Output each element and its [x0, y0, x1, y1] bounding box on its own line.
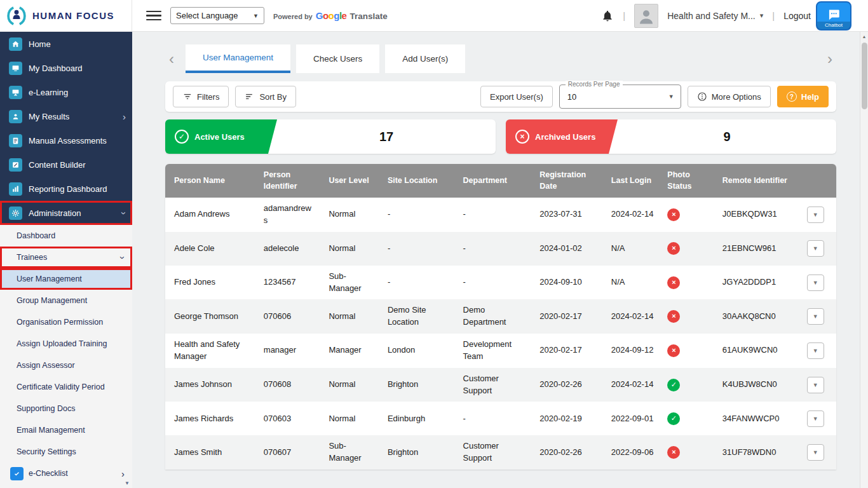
- sidebar-item-label: My Results: [29, 112, 116, 121]
- filters-label: Filters: [197, 92, 219, 102]
- e-learning-icon: [9, 86, 22, 99]
- cell-photo-status: ×: [658, 334, 713, 368]
- account-menu[interactable]: Health and Safety M... ▾: [667, 11, 763, 21]
- row-actions-button[interactable]: ▼: [807, 377, 824, 393]
- cell-actions: ▼: [798, 299, 836, 334]
- sidebar-item-administration[interactable]: Administration›: [0, 201, 132, 225]
- cell-name: Fred Jones: [165, 266, 255, 300]
- sidebar-item-reporting-dashboard[interactable]: Reporting Dashboard: [0, 177, 132, 201]
- language-select[interactable]: Select Language ▼: [170, 7, 264, 24]
- table-row: Adele ColeadelecoleNormal--2024-01-02N/A…: [165, 232, 836, 266]
- photo-status-cross-icon: ×: [667, 310, 680, 323]
- row-actions-button[interactable]: ▼: [807, 207, 824, 223]
- table-row: James Johnson070608NormalBrightonCustome…: [165, 368, 836, 402]
- cell-site-location: -: [379, 266, 454, 300]
- column-header-person-name: Person Name: [165, 164, 255, 198]
- sidebar-item-label: Assign Assessor: [17, 361, 125, 370]
- account-name: Health and Safety M...: [667, 11, 756, 21]
- cell-registration-date: 2020-02-17: [531, 334, 602, 368]
- row-actions-button[interactable]: ▼: [807, 444, 824, 461]
- sidebar-item-organisation-permission[interactable]: Organisation Permission: [0, 311, 132, 333]
- chevron-right-icon: ›: [121, 469, 125, 478]
- cell-department: Development Team: [454, 334, 531, 368]
- sidebar-item-e-learning[interactable]: e-Learning: [0, 80, 132, 104]
- sidebar-item-assign-assessor[interactable]: Assign Assessor: [0, 355, 132, 376]
- column-header-photo-status: Photo Status: [658, 164, 713, 198]
- sidebar-item-my-dashboard[interactable]: My Dashboard: [0, 56, 132, 80]
- cell-actions: ▼: [798, 266, 836, 300]
- help-button[interactable]: ? Help: [777, 86, 829, 107]
- cell-photo-status: ×: [658, 266, 713, 300]
- cell-department: Customer Support: [454, 368, 531, 402]
- row-actions-button[interactable]: ▼: [807, 274, 824, 291]
- sidebar-item-assign-uploaded-training[interactable]: Assign Uploaded Training: [0, 333, 132, 355]
- tab-check-users[interactable]: Check Users: [296, 44, 379, 73]
- chatbot-button[interactable]: Chatbot: [816, 1, 851, 30]
- cell-department: Demo Department: [454, 299, 531, 334]
- sort-by-button[interactable]: Sort By: [235, 86, 296, 107]
- cell-photo-status: ✓: [658, 402, 713, 435]
- cell-actions: ▼: [798, 232, 836, 266]
- cell-identifier: 070608: [255, 368, 320, 402]
- sidebar-item-security-settings[interactable]: Security Settings: [0, 441, 132, 463]
- avatar[interactable]: [634, 4, 658, 28]
- tab-user-management[interactable]: User Management: [186, 44, 290, 73]
- sidebar-item-trainees[interactable]: Trainees›: [0, 247, 132, 268]
- menu-toggle-button[interactable]: [146, 11, 161, 21]
- cell-identifier: 070603: [255, 402, 320, 435]
- more-options-button[interactable]: More Options: [688, 86, 771, 107]
- logout-link[interactable]: Logout: [783, 11, 811, 21]
- cell-site-location: -: [379, 232, 454, 266]
- logo[interactable]: HUMAN FOCUS: [0, 0, 132, 32]
- sidebar-item-dashboard[interactable]: Dashboard: [0, 225, 132, 247]
- sidebar-scroll-down-icon[interactable]: ▼: [125, 480, 130, 486]
- archived-users-card[interactable]: × Archived Users 9: [506, 119, 836, 154]
- sidebar-item-label: Organisation Permission: [17, 318, 125, 327]
- scrollbar-thumb[interactable]: [862, 43, 867, 109]
- cell-department: -: [454, 266, 531, 300]
- column-header-person-identifier: Person Identifier: [255, 164, 320, 198]
- sidebar-item-my-results[interactable]: My Results›: [0, 104, 132, 128]
- main-area: Select Language ▼ Powered by Google Tran…: [132, 0, 868, 488]
- row-actions-button[interactable]: ▼: [807, 342, 824, 359]
- my-dashboard-icon: [9, 62, 22, 75]
- more-options-icon: [697, 92, 707, 102]
- row-actions-button[interactable]: ▼: [807, 240, 824, 257]
- notifications-bell-icon[interactable]: [601, 10, 614, 22]
- sidebar-item-certificate-validity-period[interactable]: Certificate Validity Period: [0, 376, 132, 398]
- cell-actions: ▼: [798, 334, 836, 368]
- separator: |: [772, 10, 775, 21]
- sidebar-item-user-management[interactable]: User Management: [0, 268, 132, 290]
- tab-add-user-s[interactable]: Add User(s): [385, 44, 465, 73]
- cell-last-login: 2024-02-14: [602, 198, 659, 232]
- sidebar-item-e-checklist[interactable]: e-Checklist›: [0, 463, 132, 484]
- sidebar-item-supporting-docs[interactable]: Supporting Docs: [0, 398, 132, 419]
- records-per-page-select[interactable]: Records Per Page 10 ▼: [559, 85, 681, 109]
- cell-actions: ▼: [798, 198, 836, 232]
- summary-row: ✓ Active Users 17 × Archived Users 9: [165, 119, 836, 154]
- export-users-button[interactable]: Export User(s): [480, 86, 553, 107]
- chatbot-label: Chatbot: [817, 22, 850, 29]
- photo-status-cross-icon: ×: [667, 276, 680, 289]
- sidebar-item-home[interactable]: Home: [0, 32, 132, 56]
- filters-button[interactable]: Filters: [173, 86, 229, 107]
- sidebar-item-content-builder[interactable]: Content Builder: [0, 152, 132, 177]
- row-actions-button[interactable]: ▼: [807, 308, 824, 325]
- chevron-down-icon: ›: [118, 256, 128, 259]
- sidebar-item-label: Group Management: [17, 296, 125, 305]
- google-translate-attribution: Powered by Google Translate: [273, 10, 388, 21]
- active-users-card[interactable]: ✓ Active Users 17: [165, 119, 496, 154]
- tabs-scroll-right-icon[interactable]: ›: [824, 51, 836, 67]
- sidebar-item-manual-assessments[interactable]: Manual Assessments: [0, 128, 132, 152]
- chat-icon: [827, 8, 841, 21]
- vertical-scrollbar[interactable]: ▲: [860, 32, 868, 488]
- sidebar-item-group-management[interactable]: Group Management: [0, 290, 132, 311]
- sidebar-item-email-management[interactable]: Email Management: [0, 419, 132, 441]
- row-actions-button[interactable]: ▼: [807, 410, 824, 427]
- scroll-up-icon[interactable]: ▲: [860, 32, 868, 39]
- cell-site-location: Edinburgh: [379, 402, 454, 435]
- archived-users-label: Archived Users: [535, 132, 595, 142]
- tabs-scroll-left-icon[interactable]: ‹: [165, 51, 178, 67]
- human-focus-logo-icon: [5, 4, 28, 27]
- sidebar-item-label: Trainees: [17, 253, 116, 262]
